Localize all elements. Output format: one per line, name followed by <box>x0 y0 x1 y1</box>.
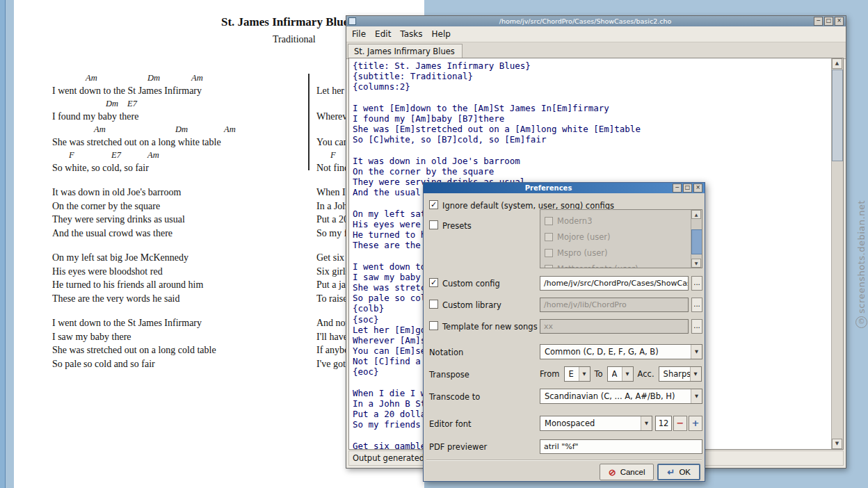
menu-edit[interactable]: Edit <box>375 29 391 39</box>
editor-font-select[interactable]: Monospaced <box>540 416 652 431</box>
dialog-maximize-button[interactable]: □ <box>683 184 692 193</box>
editor-line: I found my [Am]baby [B7]there <box>353 113 829 124</box>
editor-line: {columns:2} <box>353 81 829 92</box>
template-label: Template for new songs <box>442 322 538 332</box>
song-title: St. James Infirmary Blues <box>221 15 353 29</box>
chevron-down-icon <box>691 389 702 403</box>
ok-button[interactable]: OK <box>657 464 700 480</box>
chevron-down-icon <box>691 345 702 359</box>
to-label: To <box>595 369 603 379</box>
font-size-decrease-button[interactable]: − <box>673 416 687 431</box>
lyric-line: I found my baby there <box>52 110 138 123</box>
chord: Am <box>94 124 106 135</box>
notation-select[interactable]: Common (C, D, E, F, G, A, B) <box>540 344 702 359</box>
editor-window-title: /home/jv/src/ChordPro/Cases/ShowCases/ba… <box>358 16 812 26</box>
chord: F <box>330 150 336 161</box>
custom-library-label: Custom library <box>442 300 501 310</box>
template-browse-button[interactable]: ... <box>691 319 702 334</box>
editor-titlebar[interactable]: /home/jv/src/ChordPro/Cases/ShowCases/ba… <box>346 16 846 26</box>
presets-listbox[interactable]: Modern3Mojore (user)Mspro (user)Msttcore… <box>540 209 702 268</box>
presets-list: Modern3Mojore (user)Mspro (user)Msttcore… <box>540 210 691 268</box>
chord-lyric-row: AmDmAmI went down to the St James Infirm… <box>52 72 344 97</box>
button-separator <box>426 459 702 461</box>
transpose-to-select[interactable]: A <box>607 366 634 382</box>
template-checkbox[interactable] <box>429 321 438 330</box>
window-icon <box>348 17 356 25</box>
maximize-button[interactable]: □ <box>824 17 833 26</box>
transcode-row: Transcode to Scandinavian (C, ... A, A#/… <box>424 389 705 405</box>
preset-item: Modern3 <box>540 213 691 229</box>
cancel-label: Cancel <box>620 468 645 476</box>
accidentals-select[interactable]: Sharps <box>659 366 702 382</box>
custom-config-browse-button[interactable]: ... <box>691 276 702 291</box>
close-button[interactable]: × <box>835 17 844 26</box>
lyric-line: He turned to his friends all around him <box>52 278 344 292</box>
editor-line: {title: St. James Infirmary Blues} <box>353 60 829 71</box>
tab-song[interactable]: St. James Infirmary Blues <box>348 44 463 58</box>
lyric-line: I went down to the St James Infirmary <box>52 84 202 97</box>
template-input[interactable]: xx <box>540 319 689 334</box>
preset-label: Modern3 <box>557 216 592 226</box>
template-row: Template for new songs xx ... <box>424 318 705 335</box>
lyric-line: On my left sat big Joe McKennedy <box>52 251 344 265</box>
preferences-dialog: Preferences − □ × Ignore default (system… <box>423 182 705 482</box>
presets-scrollbar[interactable]: ▲ ▼ <box>691 210 702 268</box>
editor-line: She was [Em]stretched out on a [Am]long … <box>353 124 829 134</box>
transcode-value: Scandinavian (C, ... A, A#/Bb, H) <box>545 391 691 401</box>
preset-item: Mojore (user) <box>540 229 691 245</box>
transpose-to-value: A <box>612 369 622 379</box>
pdf-previewer-label: PDF previewer <box>429 442 487 452</box>
lyric-line: And the usual crowd was there <box>52 227 344 241</box>
menu-tasks[interactable]: Tasks <box>400 29 422 39</box>
pdf-previewer-input[interactable]: atril "%f" <box>540 439 702 454</box>
custom-config-input[interactable]: /home/jv/src/ChordPro/Cases/ShowCases <box>540 276 689 291</box>
preferences-content: Ignore default (system, user, song) conf… <box>424 193 705 481</box>
minimize-button[interactable]: − <box>814 17 823 26</box>
lyric-line: They were serving drinks as usual <box>52 213 344 227</box>
menu-help[interactable]: Help <box>432 29 451 39</box>
verse-block: I went down to the St James InfirmaryI s… <box>52 316 344 371</box>
editor-line: So [C]white, so [B7]cold, so [Em]fair <box>353 134 829 145</box>
custom-config-checkbox[interactable] <box>429 278 438 287</box>
custom-library-checkbox[interactable] <box>429 300 438 309</box>
accidentals-value: Sharps <box>664 369 690 379</box>
editor-line <box>353 145 829 156</box>
chord: E7 <box>127 99 137 109</box>
status-text: Output generated, s <box>353 453 433 463</box>
preset-checkbox <box>545 217 553 225</box>
scroll-up-icon[interactable]: ▲ <box>691 210 701 219</box>
dialog-minimize-button[interactable]: − <box>673 184 682 193</box>
lyric-line: So pale so cold and so fair <box>52 357 344 371</box>
custom-library-browse-button[interactable]: ... <box>691 298 702 312</box>
chord: Am <box>86 73 97 83</box>
editor-scrollbar[interactable]: ▲ ▼ <box>831 58 843 449</box>
dialog-buttons: Cancel OK <box>600 464 700 480</box>
preferences-title: Preferences <box>426 183 671 193</box>
scrollbar-thumb[interactable] <box>691 229 702 254</box>
lyric-line: His eyes were bloodshot red <box>52 265 344 279</box>
scrollbar-thumb[interactable] <box>832 70 843 161</box>
copyright-icon: © <box>855 316 867 328</box>
chord: Dm <box>147 73 160 83</box>
transcode-select[interactable]: Scandinavian (C, ... A, A#/Bb, H) <box>540 389 702 404</box>
dialog-close-button[interactable]: × <box>693 184 702 193</box>
font-size-increase-button[interactable]: + <box>689 416 702 431</box>
menu-file[interactable]: File <box>352 29 366 39</box>
scroll-up-icon[interactable]: ▲ <box>832 58 842 69</box>
chord: Am <box>147 150 159 161</box>
scroll-down-icon[interactable]: ▼ <box>691 259 701 268</box>
font-size-input[interactable]: 12 <box>655 416 672 431</box>
presets-checkbox[interactable] <box>429 220 438 229</box>
lyric-line: I went down to the St James Infirmary <box>52 316 344 330</box>
acc-label: Acc. <box>638 369 654 379</box>
preferences-titlebar[interactable]: Preferences − □ × <box>424 183 705 193</box>
cancel-button[interactable]: Cancel <box>600 464 654 480</box>
pdf-previewer-row: PDF previewer atril "%f" <box>424 439 705 455</box>
preset-label: Mspro (user) <box>557 248 607 258</box>
chord-lyric-row: AmDmAmShe was stretched out on a long wh… <box>52 123 344 149</box>
lyric-line: I saw my baby there <box>52 330 344 344</box>
transpose-from-select[interactable]: E <box>564 366 590 382</box>
custom-library-input[interactable]: /home/jv/lib/ChordPro <box>540 298 689 312</box>
scroll-down-icon[interactable]: ▼ <box>832 439 842 449</box>
ignore-default-checkbox[interactable] <box>429 200 438 209</box>
